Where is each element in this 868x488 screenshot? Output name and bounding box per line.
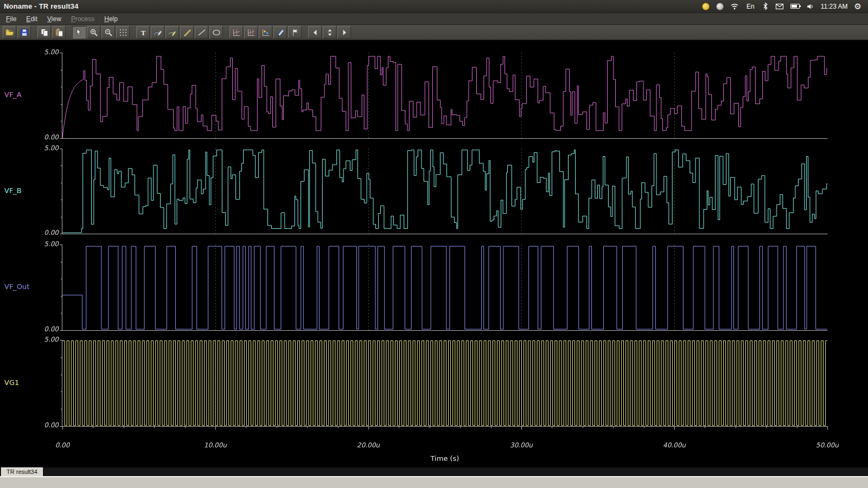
x-axis-title: Time (s) — [412, 454, 477, 463]
open-button[interactable] — [3, 26, 16, 38]
next-curve-button[interactable] — [337, 26, 351, 38]
zoom-in-icon — [90, 28, 98, 37]
battery-icon[interactable] — [790, 4, 800, 9]
menu-help[interactable]: Help — [99, 14, 123, 24]
zoom-out-icon — [104, 28, 113, 37]
toolbar-separator — [131, 32, 135, 33]
line-icon — [197, 28, 206, 37]
menubar: FileEditViewProcessHelp — [0, 13, 868, 25]
cursor-b-button[interactable] — [244, 26, 258, 38]
menu-view[interactable]: View — [42, 14, 66, 24]
save-button[interactable] — [17, 26, 31, 38]
x-tick-label: 10.00u — [196, 441, 234, 449]
marker-button[interactable] — [288, 26, 302, 38]
copy-button[interactable] — [37, 26, 51, 38]
window-title: Noname - TR result34 — [0, 2, 79, 10]
y-axis-min-label: 0.00 — [33, 421, 59, 429]
x-tick-label: 0.00 — [43, 441, 81, 449]
keyboard-layout-indicator[interactable]: En — [745, 3, 756, 10]
ruler-button[interactable] — [180, 26, 194, 38]
paste-button[interactable] — [52, 26, 66, 38]
result-tab-strip: TR result34 — [0, 467, 868, 476]
clock[interactable]: 11:23 AM — [821, 3, 848, 10]
pen-blue-button[interactable] — [273, 26, 287, 38]
y-axis-max-label: 5.00 — [33, 144, 59, 152]
zoom-out-button[interactable] — [101, 26, 115, 38]
waveform-viewer: 5.000.00VF_A5.000.00VF_B5.000.00VF_Out5.… — [0, 40, 868, 467]
wifi-icon[interactable] — [730, 2, 739, 11]
signal-label-vg1: VG1 — [4, 378, 19, 387]
x-tick-label: 30.00u — [502, 441, 540, 449]
toolbar-separator — [32, 32, 36, 33]
toolbar-separator — [303, 32, 307, 33]
y-axis-max-label: 5.00 — [33, 240, 59, 248]
ellipse-icon — [212, 28, 221, 37]
save-icon — [20, 28, 29, 37]
cursor-button[interactable] — [72, 26, 86, 38]
mail-icon[interactable] — [775, 3, 784, 10]
pen-blue-icon — [276, 28, 285, 37]
result-tab[interactable]: TR result34 — [1, 467, 43, 476]
paste-icon — [55, 28, 63, 37]
toolbar: T — [0, 25, 868, 40]
menu-file[interactable]: File — [1, 14, 21, 24]
text-icon: T — [139, 28, 148, 37]
y-axis-min-label: 0.00 — [33, 133, 59, 141]
ellipse-button[interactable] — [209, 26, 223, 38]
toolbar-separator — [224, 32, 228, 33]
y-axis-max-label: 5.00 — [33, 336, 59, 343]
marker-icon — [291, 28, 299, 37]
x-tick-label: 40.00u — [655, 441, 693, 449]
copy-icon — [40, 28, 49, 37]
pen-a-button[interactable] — [151, 26, 164, 38]
session-gear-icon[interactable]: ⚙ — [854, 2, 861, 10]
top-panel: Noname - TR result34 En 11:23 AM ⚙ — [0, 0, 868, 13]
curve-spinner-icon — [326, 28, 334, 37]
signal-label-vf_b: VF_B — [4, 187, 22, 195]
keyring-icon[interactable] — [702, 3, 710, 10]
pen-b-icon — [168, 28, 177, 37]
text-button[interactable]: T — [136, 26, 150, 38]
cursor-a-icon — [232, 28, 241, 37]
y-axis-max-label: 5.00 — [33, 48, 59, 56]
y-axis-min-label: 0.00 — [33, 229, 59, 236]
signal-label-vf_out: VF_Out — [4, 282, 29, 291]
menu-edit[interactable]: Edit — [21, 14, 42, 24]
grid-button[interactable] — [116, 26, 130, 38]
cursor-b-icon — [247, 28, 256, 37]
volume-icon[interactable] — [806, 3, 814, 10]
autoscale-button[interactable] — [259, 26, 272, 38]
curve-spinner-button[interactable] — [323, 26, 336, 38]
bluetooth-icon[interactable] — [762, 2, 769, 10]
svg-text:T: T — [141, 28, 145, 36]
pen-b-button[interactable] — [165, 26, 179, 38]
menu-process: Process — [66, 14, 99, 24]
statusbar — [0, 476, 868, 488]
prev-curve-button[interactable] — [308, 26, 322, 38]
open-icon — [5, 28, 14, 37]
indicator-icon[interactable] — [716, 3, 724, 10]
line-button[interactable] — [195, 26, 208, 38]
y-axis-min-label: 0.00 — [33, 325, 59, 333]
grid-icon — [119, 28, 127, 37]
prev-curve-icon — [311, 28, 320, 37]
ruler-icon — [183, 28, 192, 37]
autoscale-icon — [261, 28, 270, 37]
zoom-in-button[interactable] — [87, 26, 100, 38]
cursor-a-button[interactable] — [229, 26, 243, 38]
waveform-canvas[interactable] — [0, 40, 868, 467]
cursor-icon — [75, 28, 84, 37]
next-curve-icon — [340, 28, 349, 37]
toolbar-separator — [67, 32, 71, 33]
x-tick-label: 20.00u — [349, 441, 387, 449]
system-tray: En 11:23 AM ⚙ — [702, 2, 868, 11]
signal-label-vf_a: VF_A — [4, 91, 22, 99]
pen-a-icon — [154, 28, 162, 37]
x-tick-label: 50.00u — [808, 441, 846, 449]
